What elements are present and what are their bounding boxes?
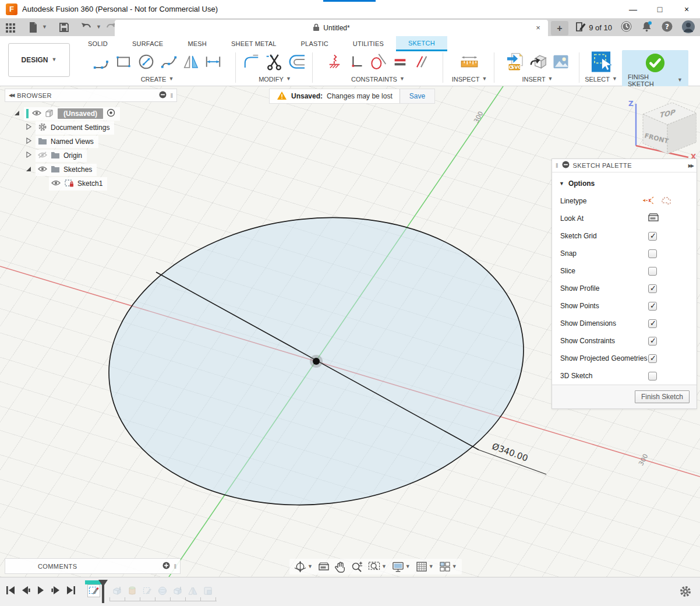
tab-utilities[interactable]: UTILITIES xyxy=(341,36,396,51)
expand-panel-icon[interactable]: ▶▶ xyxy=(688,163,693,168)
document-settings-label[interactable]: Document Settings xyxy=(51,124,109,132)
expanded-arrow-icon[interactable] xyxy=(13,109,20,118)
tree-row-sketch1[interactable]: Sketch1 xyxy=(5,177,177,191)
collapsed-arrow-icon[interactable] xyxy=(24,123,32,132)
timeline-playhead-stem[interactable] xyxy=(102,584,104,603)
insert-mesh-icon[interactable] xyxy=(529,52,547,73)
pan-icon[interactable] xyxy=(335,561,346,573)
file-menu-icon[interactable] xyxy=(28,22,38,33)
dimension-tool-icon[interactable] xyxy=(204,53,222,72)
collapsed-arrow-icon[interactable] xyxy=(24,151,32,160)
insert-canvas-icon[interactable] xyxy=(552,53,570,72)
tab-sketch[interactable]: SKETCH xyxy=(396,36,447,51)
center-point[interactable] xyxy=(313,358,320,365)
diameter-dimension-label[interactable]: Ø340.00 xyxy=(490,441,529,464)
go-to-start-icon[interactable] xyxy=(5,584,16,598)
comments-header[interactable]: COMMENTS ‖ xyxy=(5,558,181,574)
help-icon[interactable]: ? xyxy=(661,20,673,34)
modify-group-label[interactable]: MODIFY▼ xyxy=(259,75,291,84)
select-group-label[interactable]: SELECT▼ xyxy=(585,75,617,84)
tab-solid[interactable]: SOLID xyxy=(76,36,120,51)
tab-plastic[interactable]: PLASTIC xyxy=(289,36,341,51)
tree-row-root[interactable]: (Unsaved) xyxy=(5,107,177,121)
viewport-canvas[interactable]: 300 300 Ø340.00 ◀◀ BROWSER ‖ (Unsaved) xyxy=(0,86,700,577)
save-link[interactable]: Save xyxy=(400,89,434,103)
slice-checkbox[interactable] xyxy=(648,267,657,276)
show-projected-geometries-checkbox[interactable] xyxy=(648,354,657,363)
show-profile-checkbox[interactable] xyxy=(648,284,657,293)
visibility-eye-icon[interactable] xyxy=(38,165,47,174)
timeline-settings-gear-icon[interactable] xyxy=(679,585,692,600)
inspect-group-label[interactable]: INSPECT▼ xyxy=(452,75,487,84)
activate-target-icon[interactable] xyxy=(107,108,115,119)
play-icon[interactable] xyxy=(35,584,47,598)
construction-linetype-icon[interactable] xyxy=(642,195,655,207)
viewports-icon[interactable]: ▼ xyxy=(439,561,457,572)
app-grid-icon[interactable] xyxy=(5,22,16,33)
projected-linetype-icon[interactable] xyxy=(660,195,672,207)
show-points-checkbox[interactable] xyxy=(648,302,657,311)
options-section-header[interactable]: ▼ Options xyxy=(552,175,697,192)
undo-caret-icon[interactable]: ▼ xyxy=(96,24,101,30)
group-finish-sketch[interactable]: FINISH SKETCH▼ xyxy=(622,50,688,86)
named-views-label[interactable]: Named Views xyxy=(51,138,94,146)
panel-minus-icon[interactable] xyxy=(159,91,167,100)
visibility-eye-icon[interactable] xyxy=(32,110,41,118)
look-at-icon[interactable] xyxy=(648,213,659,224)
step-back-icon[interactable] xyxy=(20,584,31,598)
line-tool-icon[interactable] xyxy=(93,53,110,72)
user-avatar[interactable] xyxy=(681,20,695,36)
document-tab[interactable]: Untitled* × xyxy=(115,20,548,36)
add-comment-icon[interactable] xyxy=(162,562,170,571)
look-at-nav-icon[interactable] xyxy=(318,562,330,572)
show-dimensions-checkbox[interactable] xyxy=(648,319,657,328)
panel-grip-icon[interactable]: ‖ xyxy=(556,162,558,169)
view-cube[interactable]: Z X TOP FRONT xyxy=(618,94,697,161)
perpendicular-constraint-icon[interactable] xyxy=(348,53,364,72)
parallel-constraint-icon[interactable] xyxy=(413,54,429,72)
sketch-grid-checkbox[interactable] xyxy=(648,232,657,241)
finish-sketch-group-label[interactable]: FINISH SKETCH▼ xyxy=(628,76,683,85)
collapse-panel-icon[interactable]: ◀◀ xyxy=(9,93,13,98)
fix-constraint-icon[interactable] xyxy=(327,53,343,72)
panel-grip-icon[interactable]: ‖ xyxy=(170,92,173,99)
fit-icon[interactable]: ▼ xyxy=(368,561,387,572)
orbit-icon[interactable]: ▼ xyxy=(294,561,313,573)
snap-checkbox[interactable] xyxy=(648,249,657,258)
constraints-group-label[interactable]: CONSTRAINTS▼ xyxy=(351,75,405,84)
circle-tool-icon[interactable] xyxy=(137,52,155,73)
section-collapse-icon[interactable]: ▼ xyxy=(559,181,564,186)
job-status-icon[interactable] xyxy=(620,20,632,34)
tree-row-origin[interactable]: Origin xyxy=(5,149,177,163)
create-group-label[interactable]: CREATE▼ xyxy=(141,75,174,84)
collapsed-arrow-icon[interactable] xyxy=(24,137,32,146)
step-forward-icon[interactable] xyxy=(50,584,62,598)
grid-settings-icon[interactable]: ▼ xyxy=(416,561,434,572)
tab-surface[interactable]: SURFACE xyxy=(120,36,175,51)
root-document-label[interactable]: (Unsaved) xyxy=(58,108,103,119)
visibility-off-eye-icon[interactable] xyxy=(38,152,47,160)
maximize-button[interactable]: □ xyxy=(646,0,673,19)
show-constraints-checkbox[interactable] xyxy=(648,337,657,346)
close-button[interactable]: × xyxy=(673,0,700,19)
rectangle-tool-icon[interactable] xyxy=(115,53,132,72)
select-tool-icon[interactable] xyxy=(591,51,611,75)
insert-svg-icon[interactable]: SVG xyxy=(505,52,524,73)
trim-tool-icon[interactable] xyxy=(265,52,284,73)
version-counter[interactable]: 9 of 10 xyxy=(575,22,612,34)
minimize-button[interactable]: — xyxy=(620,0,646,19)
finish-sketch-icon[interactable] xyxy=(645,52,666,75)
origin-label[interactable]: Origin xyxy=(63,152,82,160)
tab-sheet-metal[interactable]: SHEET METAL xyxy=(219,36,289,51)
panel-minus-icon[interactable] xyxy=(562,161,570,170)
tree-row-document-settings[interactable]: Document Settings xyxy=(5,121,177,135)
workspace-selector[interactable]: DESIGN ▼ xyxy=(8,43,70,77)
expanded-arrow-icon[interactable] xyxy=(24,165,32,174)
spline-tool-icon[interactable] xyxy=(160,53,178,72)
save-icon[interactable] xyxy=(59,22,69,33)
go-to-end-icon[interactable] xyxy=(65,584,77,598)
finish-sketch-button[interactable]: Finish Sketch xyxy=(635,390,690,403)
sketch1-label[interactable]: Sketch1 xyxy=(77,179,102,188)
visibility-eye-icon[interactable] xyxy=(51,179,61,188)
mirror-tool-icon[interactable] xyxy=(182,53,200,72)
